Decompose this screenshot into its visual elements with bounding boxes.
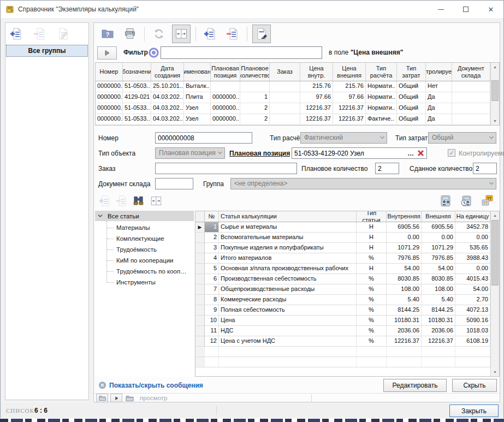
- column-header[interactable]: На единицу: [455, 211, 490, 222]
- tree-item[interactable]: Комплектующие: [95, 233, 194, 244]
- table-cell: 5.40: [422, 295, 455, 305]
- column-header[interactable]: бозначени: [123, 63, 151, 81]
- column-header[interactable]: Заказ: [270, 63, 300, 81]
- column-header[interactable]: №: [205, 211, 219, 222]
- tree-item[interactable]: Инструменты: [95, 277, 194, 288]
- table-row[interactable]: 8Коммерческие расходы%5.405.402.70: [195, 295, 490, 305]
- column-header[interactable]: Дата создания: [151, 63, 184, 81]
- planned-qty-input[interactable]: [375, 163, 399, 174]
- table-row[interactable]: 6Производственная себестоимость%8030.858…: [195, 274, 490, 284]
- tree-item[interactable]: Материалы: [95, 222, 194, 233]
- table-cell: Н: [357, 233, 387, 242]
- ellipsis-button[interactable]: …: [405, 150, 417, 157]
- cost-type-label: Тип затрат: [395, 134, 428, 142]
- maximize-button[interactable]: [453, 1, 478, 18]
- table-cell: 6905.56: [387, 222, 422, 232]
- fit-columns-button[interactable]: [148, 193, 164, 209]
- filter-mode-icon[interactable]: [149, 47, 159, 58]
- minimize-button[interactable]: [428, 1, 453, 18]
- scroll-up-icon[interactable]: ▲: [491, 63, 499, 71]
- go-button[interactable]: [110, 394, 122, 402]
- delete-record-button[interactable]: [223, 25, 242, 43]
- number-input[interactable]: [155, 132, 252, 144]
- table-row[interactable]: 0000000..4129-02104.03.202..Плита0000000…: [96, 92, 490, 103]
- object-type-label: Тип объекта: [98, 150, 135, 157]
- table-row[interactable]: 0000000..51-0533..04.03.202..Узел0000000…: [96, 114, 490, 125]
- messages-toggle-link[interactable]: Показать/скрыть сообщения: [109, 382, 203, 389]
- filter-input[interactable]: [161, 46, 322, 59]
- table-cell: %: [357, 284, 387, 294]
- close-window-button[interactable]: ✕: [478, 1, 503, 18]
- scroll-thumb[interactable]: [491, 220, 499, 286]
- add-group-button[interactable]: [8, 26, 25, 42]
- table-cell: 2036.06: [387, 326, 422, 336]
- column-header[interactable]: Плановое количество: [240, 63, 270, 81]
- tree-item[interactable]: Трудоёмкость: [95, 244, 194, 255]
- table-row[interactable]: ▶1Сырье и материалыН6905.566905.563452.7…: [195, 222, 490, 233]
- clear-position-button[interactable]: [417, 149, 425, 157]
- scroll-down-icon[interactable]: ▼: [491, 368, 499, 376]
- order-input[interactable]: [155, 163, 297, 174]
- help-button[interactable]: ?: [98, 25, 117, 43]
- table-cell: 12216.37: [333, 114, 366, 124]
- row-selector: [195, 305, 205, 315]
- open-folder-button[interactable]: [96, 394, 108, 402]
- column-header[interactable]: Тип статьи: [357, 211, 387, 222]
- column-header[interactable]: Цена внутр.: [300, 63, 333, 81]
- scroll-thumb[interactable]: [491, 80, 499, 101]
- groups-toolbar: [5, 23, 88, 44]
- print-button[interactable]: [121, 25, 139, 43]
- group-item-all[interactable]: Все группы: [6, 45, 88, 57]
- vertical-scrollbar[interactable]: ▲ ▼: [490, 211, 499, 376]
- table-row[interactable]: 4Итого материалов%7976.857976.853988.43: [195, 253, 490, 264]
- delivered-qty-input[interactable]: [473, 163, 497, 174]
- table-row[interactable]: 9Полная себестоимость%8144.258144.254072…: [195, 305, 490, 316]
- table-row[interactable]: 3Покупные изделия и полуфабрикатыН1071.2…: [195, 243, 490, 253]
- table-cell: [270, 92, 300, 103]
- column-header[interactable]: Тип затрат: [397, 63, 426, 81]
- costs-button[interactable]: ТТТТ: [478, 193, 496, 209]
- column-header[interactable]: Статья калькуляции: [219, 211, 357, 222]
- table-row[interactable]: 2Вспомогательные материалыН0.000.000.00: [195, 233, 490, 243]
- hide-button[interactable]: Скрыть: [452, 379, 497, 392]
- edit-record-button[interactable]: [252, 25, 271, 43]
- table-row[interactable]: 0000000..51-0533..04.03.202..Узел0000000…: [96, 103, 490, 114]
- column-header[interactable]: Цена внешняя: [333, 63, 366, 81]
- column-header[interactable]: Плановая позиция: [211, 63, 240, 81]
- close-button[interactable]: Закрыть: [449, 405, 499, 417]
- add-record-button[interactable]: [201, 25, 220, 43]
- column-header[interactable]: именован: [184, 63, 211, 81]
- column-header[interactable]: Документ склада: [452, 63, 490, 81]
- refresh-button[interactable]: [150, 25, 168, 43]
- column-header[interactable]: Номер: [96, 63, 123, 81]
- messages-toggle-icon[interactable]: [98, 381, 106, 389]
- scroll-down-icon[interactable]: ▼: [491, 117, 499, 125]
- warehouse-doc-input[interactable]: [155, 178, 193, 189]
- tree-root-all-articles[interactable]: Все статьи: [95, 211, 194, 221]
- column-header[interactable]: Тип расчёта: [366, 63, 397, 81]
- search-button[interactable]: [131, 193, 146, 209]
- table-row[interactable]: 5Основная з/плата производственных рабоч…: [195, 264, 490, 274]
- edit-button[interactable]: Редактировать: [383, 379, 447, 392]
- tree-item[interactable]: Трудоёмкость по кооп…: [95, 266, 194, 277]
- position-field[interactable]: 51-0533-4129-020 Узел …: [292, 147, 427, 159]
- recalculate-time-button[interactable]: [458, 193, 475, 209]
- recalculate-button[interactable]: [437, 193, 454, 209]
- column-header[interactable]: Внутренняя: [387, 211, 422, 222]
- table-cell: 4: [205, 253, 219, 263]
- position-link[interactable]: Плановая позиция: [229, 150, 290, 157]
- table-cell: Общепроизводственные расходы: [219, 284, 357, 294]
- fit-columns-button[interactable]: [172, 25, 191, 43]
- table-row[interactable]: 10Цена%10180.3110180.315090.16: [195, 316, 490, 326]
- tree-item[interactable]: КиМ по кооперации: [95, 255, 194, 266]
- table-row[interactable]: 12Цена с учетом НДС%12216.3712216.376108…: [195, 336, 490, 347]
- column-header[interactable]: тролируе: [426, 63, 452, 81]
- table-row[interactable]: 7Общепроизводственные расходы%108.00108.…: [195, 284, 490, 295]
- scroll-up-icon[interactable]: ▲: [491, 211, 499, 219]
- column-header[interactable]: Внешняя: [422, 211, 455, 222]
- apply-filter-button[interactable]: [97, 46, 117, 60]
- row-selector: [195, 274, 205, 284]
- table-row[interactable]: 0000000..51-0503..25.10.201..Выталк..215…: [96, 81, 490, 92]
- vertical-scrollbar[interactable]: ▲ ▼: [490, 63, 499, 125]
- table-row[interactable]: 11НДС%2036.062036.061018.03: [195, 326, 490, 336]
